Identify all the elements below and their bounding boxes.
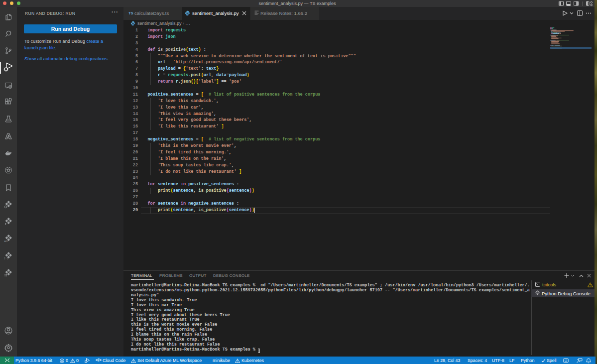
svg-text:[-]: [-]: [4, 257, 8, 259]
svg-text:API: API: [4, 240, 8, 243]
